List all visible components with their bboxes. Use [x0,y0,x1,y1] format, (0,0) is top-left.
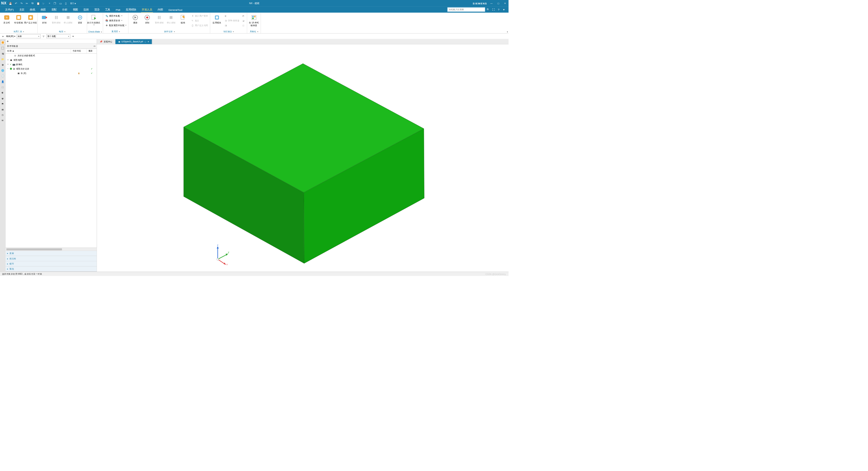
menu-label[interactable]: 菜单(M) ▾ [6,35,16,38]
journal-stop-button[interactable]: 停止录制 [165,14,177,24]
tool2-tab-icon[interactable]: ◒ [0,96,5,100]
search-icon[interactable]: 🔍 [486,7,490,12]
restore-button[interactable]: ▢ [496,1,500,6]
menu-appmodule[interactable]: 应用模块 [123,7,139,13]
qat-save-icon[interactable]: 💾 [8,1,13,6]
qat-plus-icon[interactable]: ＋ [47,1,52,6]
reuse-library-tab-icon[interactable]: 📁 [0,57,5,61]
udf-button[interactable]: 用户定义特征 [25,14,36,24]
minimize-button[interactable]: — [489,1,494,6]
qat-cascade-icon[interactable]: ❐ [53,1,57,6]
collapse-icon[interactable]: − [7,67,9,70]
reuse-lib-manage-button[interactable]: 📚重用库管理▾ [104,18,127,23]
filter-icon[interactable]: ▽ [42,35,45,38]
block-ui-styler-button[interactable]: 块 UI 样式编辑器 [248,14,259,27]
journal-record-button[interactable]: 录制 [142,14,153,24]
menu-developer[interactable]: 开发人员 [139,7,155,13]
history-tab-icon[interactable]: 🕘 [0,74,5,78]
insert-user-pause-button[interactable]: ⏸插入用户暂停 [190,14,209,18]
qat-paste-icon[interactable]: 📋 [36,1,40,6]
tree-row[interactable]: +▣模型视图 [5,58,97,62]
feature-template-button[interactable]: 特征模板 [13,14,24,24]
menu-surface[interactable]: 曲面 [38,7,49,13]
menu-analysis[interactable]: 分析 [59,7,70,13]
menu-curve[interactable]: 曲线 [27,7,38,13]
tree-row[interactable]: ▦块 (4)▮✓ [5,71,97,75]
play-button[interactable]: 播放 [130,14,141,24]
menu-render[interactable]: 渲染 [92,7,102,13]
system-tab-icon[interactable]: ⬚ [0,85,5,89]
menu-icon[interactable]: ≡ [1,35,5,38]
model-cube[interactable] [97,44,509,272]
filter-dd-icon[interactable]: ▾ [72,35,75,38]
menu-pmi[interactable]: PMI [113,7,123,13]
fullscreen-icon[interactable]: ⛶ [492,7,496,12]
qat-touch-icon[interactable]: ☞ [41,1,46,6]
tree-row[interactable]: +✓📷摄像机 [5,62,97,66]
stop-record-button[interactable]: 停止录制 [63,14,74,24]
tab-part[interactable]: ▣UIStyler01_BaseUI.prt◌✕ [115,39,152,44]
menu-file[interactable]: 文件(F) [2,7,16,13]
col-name[interactable]: 名称 ▲ [5,49,71,53]
browser-tab-icon[interactable]: 🌐 [0,68,5,73]
hd3d-tab-icon[interactable]: ◑ [0,63,5,67]
kf-btn-5[interactable]: ◪ [241,18,246,23]
expand-icon[interactable]: + [7,59,9,61]
settings-button[interactable]: 设置 [75,14,86,24]
close-button[interactable]: ✕ [502,1,507,6]
menu-generaltool[interactable]: GeneralTool [165,7,185,13]
tab-discovery[interactable]: 📌发现中心 [97,39,115,44]
qat-window-dropdown[interactable]: 窗口 ▾ [69,1,77,6]
ribbon-min-icon[interactable]: ▾ [502,7,506,12]
col-latest[interactable]: 最新 [87,49,97,53]
nav-settings-icon[interactable]: ⚙ [7,40,9,43]
run-test-button[interactable]: 执行当前测试▾ [88,14,99,26]
pause-record-button[interactable]: 暂停录制 [51,14,62,24]
config-fastener-button[interactable]: ⚙配置紧固件装配▾ [104,23,127,27]
annotation-button[interactable]: ✎批注 [190,18,209,23]
qat-tile-h-icon[interactable]: ▭ [58,1,63,6]
qat-copy-icon[interactable]: ⧉ [31,1,35,6]
section-details[interactable]: ▸细节 [5,261,97,266]
section-search[interactable]: ▸搜索 [5,251,97,256]
dfa-manager-button[interactable]: 🗂DFA 管理器 [223,18,240,23]
viewport[interactable]: z y x [97,44,509,272]
layers-tab-icon[interactable]: ▤ [0,107,5,112]
search-input[interactable] [447,7,485,12]
type-filter-combo[interactable]: 实体 [17,34,40,38]
journal-edit-button[interactable]: 编辑 [177,14,189,24]
misc-tab-icon[interactable]: ⊞ [0,118,5,123]
tool1-tab-icon[interactable]: ◐ [0,91,5,95]
qat-tile-v-icon[interactable]: ▯ [64,1,68,6]
kf-btn-1[interactable]: ◧ [223,14,240,18]
assembly-navigator-tab-icon[interactable] [0,46,5,50]
close-tab-icon[interactable]: ✕ [147,41,149,43]
part-navigator-tab-icon[interactable] [0,40,5,45]
tree-row[interactable]: −🗂模型历史记录✓ [5,66,97,71]
col-current[interactable]: 当前特征 [71,49,87,53]
record-button[interactable]: 录制 [39,14,50,24]
pin-icon[interactable]: ▭ [94,45,96,47]
expression-button[interactable]: fx表达式 [1,14,13,24]
menu-internal[interactable]: 内部 [155,7,166,13]
section-dependencies[interactable]: ▸相关性 [5,256,97,261]
menu-view[interactable]: 视图 [70,7,81,13]
user-code-button[interactable]: {}用户定义代码 [190,23,209,27]
help-icon[interactable]: ? [497,7,501,12]
clock-tab-icon[interactable]: ◷ [0,113,5,117]
kf-btn-3[interactable]: ◨ [223,23,240,27]
qat-cut-icon[interactable]: ✂ [25,1,29,6]
view-triad[interactable]: z y x [208,244,230,266]
tool3-tab-icon[interactable]: ◓ [0,101,5,106]
kf-btn-4[interactable]: ◩ [241,14,246,18]
journal-pause-button[interactable]: 暂停录制 [154,14,165,24]
menu-assembly[interactable]: 装配 [48,7,59,13]
expand-icon[interactable]: + [7,63,9,65]
scope-filter-combo[interactable]: 整个装配 [46,34,70,38]
horizontal-scrollbar[interactable] [5,248,97,251]
tree-row[interactable]: ◷历史记录建模模式 [5,54,97,58]
constraint-navigator-tab-icon[interactable]: ⛓ [0,52,5,56]
app-module-button[interactable]: 应用模块 [212,14,223,24]
section-preview[interactable]: ▸预览 [5,267,97,272]
qat-undo-icon[interactable]: ↶ [14,1,18,6]
